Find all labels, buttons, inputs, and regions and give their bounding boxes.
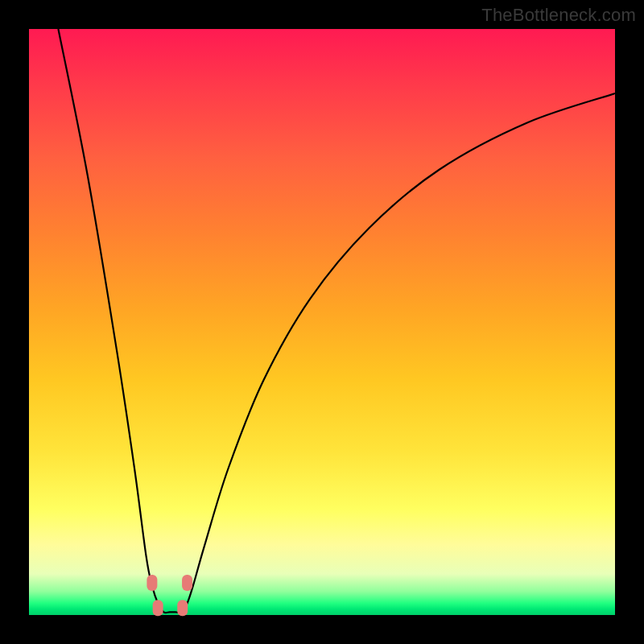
chart-frame: TheBottleneck.com	[0, 0, 644, 644]
curve-marker	[182, 575, 192, 591]
curve-marker	[177, 600, 188, 616]
bottleneck-curve	[58, 29, 615, 613]
marker-layer	[147, 575, 192, 616]
curve-layer	[29, 29, 615, 615]
curve-marker	[153, 600, 163, 616]
curve-marker	[147, 575, 157, 591]
watermark-text: TheBottleneck.com	[481, 5, 636, 26]
plot-area	[29, 29, 615, 615]
